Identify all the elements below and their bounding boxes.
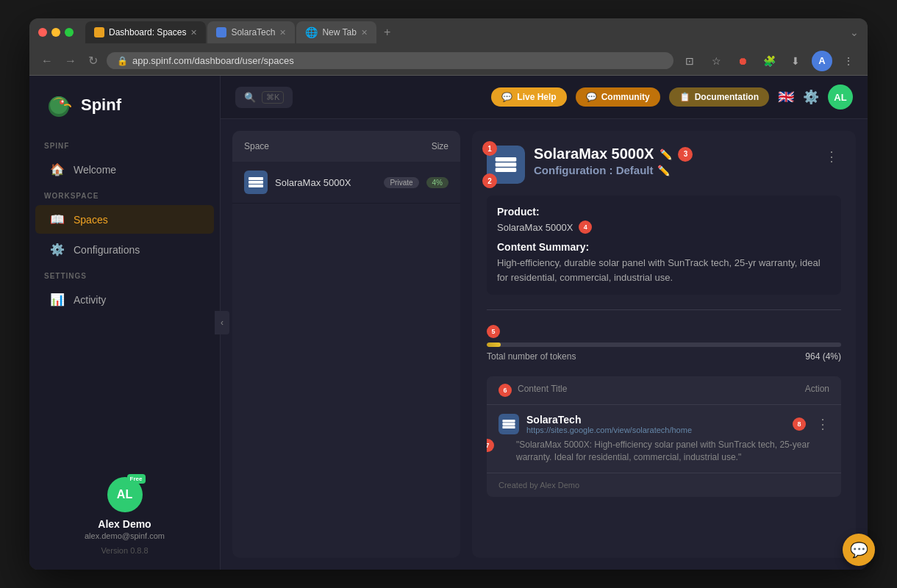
tokens-section: 5 Total number of tokens 964 (4%) bbox=[487, 325, 841, 365]
browser-menu-button[interactable]: ⌄ bbox=[850, 26, 859, 38]
sidebar-label-configurations: Configurations bbox=[74, 244, 140, 256]
address-bar[interactable]: 🔒 app.spinf.com/dashboard/user/spaces bbox=[107, 52, 673, 69]
new-tab-button[interactable]: + bbox=[378, 23, 396, 42]
avatar-initials: AL bbox=[117, 488, 132, 501]
step-badge-8[interactable]: 8 bbox=[793, 417, 806, 431]
sidebar-item-welcome[interactable]: 🏠 Welcome bbox=[35, 155, 214, 184]
tab-label-solaratech: SolaraTech bbox=[231, 27, 275, 37]
step-badge-6: 6 bbox=[498, 384, 512, 397]
token-count-row: Total number of tokens 964 (4%) bbox=[487, 351, 841, 362]
back-button[interactable]: ← bbox=[38, 51, 56, 71]
header-user-avatar[interactable]: AL bbox=[828, 85, 853, 110]
cast-icon[interactable]: ⊡ bbox=[679, 51, 700, 71]
detail-title: SolaraMax 5000X ✏️ 3 bbox=[534, 146, 813, 162]
sidebar-toggle[interactable]: ‹ bbox=[215, 311, 229, 334]
product-value: SolaraMax 5000X 4 bbox=[497, 220, 831, 234]
tab-favicon-dashboard bbox=[94, 27, 104, 37]
chart-icon: 📊 bbox=[50, 293, 65, 306]
detail-subtitle: Configuration : Default ✏️ bbox=[534, 164, 813, 176]
search-icon: 🔍 bbox=[244, 92, 256, 103]
browser-profile-icon[interactable]: A bbox=[812, 51, 832, 71]
tab-close-solaratech[interactable]: ✕ bbox=[279, 28, 286, 37]
space-name: SolaraMax 5000X bbox=[275, 177, 384, 188]
detail-panel: 1 2 SolaraMax 5000X ✏️ 3 bbox=[472, 131, 856, 558]
record-icon[interactable]: ⏺ bbox=[732, 51, 753, 71]
chat-fab-button[interactable]: 💬 bbox=[843, 534, 875, 566]
close-window-button[interactable] bbox=[38, 28, 47, 37]
documentation-button[interactable]: 📋 Documentation bbox=[669, 87, 769, 107]
main-area: 🔍 ⌘K 💬 Live Help 💬 Community 📋 Documenta… bbox=[221, 76, 868, 570]
community-label: Community bbox=[601, 92, 650, 102]
detail-title-area: SolaraMax 5000X ✏️ 3 Configuration : Def… bbox=[534, 146, 813, 176]
download-icon[interactable]: ⬇ bbox=[785, 51, 806, 71]
traffic-lights bbox=[38, 28, 74, 37]
content-summary-label: Content Summary: bbox=[497, 241, 831, 253]
live-help-button[interactable]: 💬 Live Help bbox=[491, 87, 566, 107]
sidebar-item-activity[interactable]: 📊 Activity bbox=[35, 285, 214, 314]
forward-button[interactable]: → bbox=[62, 51, 79, 71]
space-icon-svg bbox=[249, 177, 263, 187]
browser-tabs: Dashboard: Spaces ✕ SolaraTech ✕ 🌐 New T… bbox=[85, 21, 844, 43]
book-icon: 📖 bbox=[50, 212, 65, 226]
col-header-size: Size bbox=[404, 141, 448, 151]
tab-close-newtab[interactable]: ✕ bbox=[361, 28, 368, 37]
step-badge-1: 1 bbox=[482, 141, 497, 156]
space-row[interactable]: SolaraMax 5000X Private 4% bbox=[232, 162, 460, 204]
content-item-body: 7 "SolaraMax 5000X: High-efficiency sola… bbox=[498, 439, 829, 464]
edit-title-icon[interactable]: ✏️ bbox=[660, 148, 672, 160]
tab-dashboard-spaces[interactable]: Dashboard: Spaces ✕ bbox=[85, 21, 206, 43]
brand-name: Spinf bbox=[81, 96, 121, 115]
maximize-window-button[interactable] bbox=[65, 28, 74, 37]
free-badge: Free bbox=[127, 474, 146, 484]
edit-config-icon[interactable]: ✏️ bbox=[657, 165, 670, 176]
content-body: Space Size SolaraMax 5000X Private bbox=[221, 119, 868, 570]
step5-label-area: 5 bbox=[487, 325, 841, 338]
browser-toolbar: ← → ↻ 🔒 app.spinf.com/dashboard/user/spa… bbox=[29, 46, 868, 76]
live-help-label: Live Help bbox=[517, 92, 556, 102]
detail-header: 1 2 SolaraMax 5000X ✏️ 3 bbox=[487, 146, 841, 184]
col-content-title: Content Title bbox=[518, 384, 805, 397]
settings-icon[interactable]: ⚙️ bbox=[803, 89, 819, 105]
sidebar-label-activity: Activity bbox=[74, 294, 106, 306]
more-options-button[interactable]: ⋮ bbox=[822, 146, 841, 168]
content-icon-svg bbox=[502, 420, 515, 429]
community-button[interactable]: 💬 Community bbox=[576, 87, 660, 107]
section-label-workspace: WORKSPACE bbox=[29, 192, 220, 200]
svg-rect-6 bbox=[249, 184, 263, 187]
user-name: Alex Demo bbox=[44, 518, 205, 530]
browser-more-icon[interactable]: ⋮ bbox=[838, 51, 859, 71]
minimize-window-button[interactable] bbox=[51, 28, 60, 37]
sidebar-item-configurations[interactable]: ⚙️ Configurations bbox=[35, 235, 214, 264]
logo-area: Spinf bbox=[29, 90, 220, 135]
step-badge-3: 3 bbox=[678, 147, 693, 162]
toolbar-icons: ⊡ ☆ ⏺ 🧩 ⬇ A ⋮ bbox=[679, 51, 859, 71]
language-flag[interactable]: 🇬🇧 bbox=[778, 89, 794, 105]
user-email: alex.demo@spinf.com bbox=[44, 531, 205, 540]
step-badge-7: 7 bbox=[487, 439, 494, 452]
header-avatar-initials: AL bbox=[834, 92, 846, 103]
tab-new-tab[interactable]: 🌐 New Tab ✕ bbox=[296, 21, 376, 43]
sidebar-bottom: AL Free Alex Demo alex.demo@spinf.com Ve… bbox=[29, 477, 220, 555]
documentation-label: Documentation bbox=[695, 92, 759, 102]
tab-close-dashboard[interactable]: ✕ bbox=[190, 28, 197, 37]
content-table-header: 6 Content Title Action bbox=[487, 376, 841, 405]
bookmark-icon[interactable]: ☆ bbox=[706, 51, 726, 71]
community-icon: 💬 bbox=[586, 92, 597, 102]
content-summary-text: High-efficiency, durable solar panel wit… bbox=[497, 256, 831, 284]
spaces-panel: Space Size SolaraMax 5000X Private bbox=[232, 131, 460, 558]
extensions-icon[interactable]: 🧩 bbox=[759, 51, 779, 71]
tab-favicon-solaratech bbox=[216, 27, 226, 37]
step-badge-5: 5 bbox=[487, 325, 500, 338]
content-item-more-button[interactable]: ⋮ bbox=[816, 416, 829, 432]
content-item-info: SolaraTech https://sites.google.com/view… bbox=[526, 414, 785, 434]
search-bar[interactable]: 🔍 ⌘K bbox=[235, 87, 293, 108]
tab-solaratech[interactable]: SolaraTech ✕ bbox=[207, 21, 295, 43]
documentation-icon: 📋 bbox=[679, 92, 690, 102]
token-progress-bar bbox=[487, 343, 841, 347]
svg-point-3 bbox=[62, 101, 64, 103]
col-action: Action bbox=[805, 384, 829, 397]
refresh-button[interactable]: ↻ bbox=[85, 51, 101, 71]
created-by: Created by Alex Demo bbox=[487, 473, 841, 497]
section-label-settings: SETTINGS bbox=[29, 272, 220, 280]
sidebar-item-spaces[interactable]: 📖 Spaces bbox=[35, 205, 214, 234]
